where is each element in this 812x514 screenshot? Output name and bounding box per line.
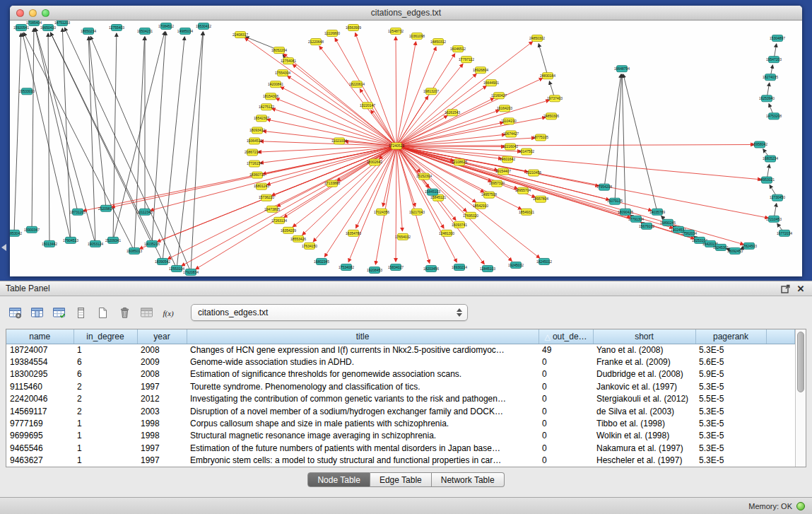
cell-title[interactable]: Embryonic stem cells: a model to study s… <box>187 455 539 467</box>
column-header-pagerank[interactable]: pagerank <box>695 329 766 344</box>
graph-node[interactable]: 12845103 <box>480 265 495 271</box>
column-header-short[interactable]: short <box>593 329 695 344</box>
graph-node[interactable]: 18926804 <box>473 67 488 74</box>
cell-title[interactable]: Tourette syndrome. Phenomenology and cla… <box>187 380 539 392</box>
graph-node[interactable]: 19245032 <box>508 262 524 268</box>
table-row[interactable]: 1938455462009Genome-wide association stu… <box>6 356 795 368</box>
graph-node[interactable]: 24850306 <box>543 113 559 119</box>
cell-short[interactable]: Tibbo et al. (1998) <box>593 417 695 429</box>
cell-out_de[interactable]: 0 <box>539 380 593 392</box>
cell-in_degree[interactable]: 6 <box>73 356 137 368</box>
graph-node[interactable]: 18775105 <box>533 134 548 141</box>
graph-node[interactable]: 14200841 <box>268 81 283 88</box>
graph-node[interactable]: 16644901 <box>483 80 499 86</box>
cell-in_degree[interactable]: 1 <box>73 430 137 442</box>
cell-pagerank[interactable]: 5.6E-5 <box>695 356 766 368</box>
graph-node[interactable]: 17554304 <box>275 70 290 76</box>
cell-title[interactable]: Disruption of a novel member of a sodium… <box>187 405 539 417</box>
graph-node[interactable]: 12755403 <box>109 25 124 31</box>
graph-node[interactable]: 19053124 <box>88 240 103 247</box>
cell-short[interactable]: de Silva et al. (2003) <box>593 405 695 417</box>
graph-node[interactable]: 16802345 <box>314 258 329 264</box>
cell-name[interactable]: 9115460 <box>6 380 73 392</box>
graph-node[interactable]: 19217043 <box>409 209 425 215</box>
graph-node[interactable]: 17726154 <box>247 160 262 167</box>
network-canvas-svg[interactable]: 17240523 22408317 18052204 12754081 1755… <box>10 21 802 276</box>
graph-node[interactable]: 14601642 <box>500 156 515 163</box>
cell-out_de[interactable]: 0 <box>539 405 593 417</box>
graph-node[interactable]: 15013442 <box>42 240 57 247</box>
graph-node[interactable]: 17024356 <box>374 209 389 215</box>
cell-pagerank[interactable]: 5.3E-5 <box>695 380 766 392</box>
graph-node[interactable]: 18203456 <box>423 265 439 271</box>
cell-in_degree[interactable]: 6 <box>73 368 137 380</box>
cell-name[interactable]: 18724007 <box>6 344 73 356</box>
cell-short[interactable]: Yano et al. (2008) <box>593 344 695 356</box>
graph-node[interactable]: 11853042 <box>10 230 22 236</box>
cell-title[interactable]: Investigating the contribution of common… <box>187 393 539 405</box>
graph-node[interactable]: 20533010 <box>19 88 35 95</box>
cell-title[interactable]: Estimation of significance thresholds fo… <box>187 368 539 380</box>
graph-node[interactable]: 21220648 <box>308 39 324 45</box>
graph-node[interactable]: 18360712 <box>249 172 265 178</box>
graph-node[interactable]: 16801243 <box>254 183 269 189</box>
panel-collapse-arrow-icon[interactable] <box>1 244 6 251</box>
cell-name[interactable]: 14569117 <box>6 405 73 417</box>
cell-year[interactable]: 2008 <box>137 368 187 380</box>
graph-node[interactable]: 25209341 <box>105 237 121 243</box>
network-canvas[interactable]: 17240523 22408317 18052204 12754081 1755… <box>10 21 802 276</box>
graph-node[interactable]: 15920541 <box>13 25 29 31</box>
column-header-in_degree[interactable]: in_degree <box>73 329 137 344</box>
cell-name[interactable]: 9699695 <box>6 430 73 442</box>
cell-out_de[interactable]: 0 <box>539 430 593 442</box>
cell-pagerank[interactable]: 5.3E-5 <box>695 430 766 442</box>
cell-year[interactable]: 1997 <box>137 455 187 467</box>
cell-title[interactable]: Changes of HCN gene expression and I(f) … <box>187 344 539 356</box>
graph-node[interactable]: 17824503 <box>741 243 757 249</box>
graph-node[interactable]: 14751203 <box>54 21 70 26</box>
table-options-icon[interactable] <box>6 303 24 322</box>
graph-node[interactable]: 18953021 <box>759 177 775 183</box>
cell-out_de[interactable]: 0 <box>539 393 593 405</box>
graph-node[interactable]: 19530412 <box>196 23 211 30</box>
cell-in_degree[interactable]: 2 <box>73 380 137 392</box>
graph-node[interactable]: 10147502 <box>519 148 534 155</box>
cell-pagerank[interactable]: 5.3E-5 <box>695 455 766 467</box>
combobox-stepper-icon[interactable] <box>454 308 464 317</box>
graph-node[interactable]: 10674427 <box>503 131 519 137</box>
cell-in_degree[interactable]: 2 <box>73 405 137 417</box>
table-row[interactable]: 969969511998Structural magnetic resonanc… <box>6 430 795 442</box>
graph-node[interactable]: 16164203 <box>497 105 512 112</box>
graph-node[interactable]: 14957508 <box>481 192 497 198</box>
table-row[interactable]: 1830029562008Estimation of significance … <box>6 368 795 380</box>
graph-node[interactable]: 16957320 <box>489 180 505 187</box>
column-icon[interactable] <box>71 303 90 322</box>
graph-node[interactable]: 24850302 <box>529 35 545 42</box>
table-row[interactable]: 1872400712008Changes of HCN gene express… <box>6 344 795 356</box>
cell-title[interactable]: Genome-wide association studies in ADHD. <box>187 356 539 368</box>
cell-name[interactable]: 9463627 <box>6 455 73 467</box>
scrollbar-thumb[interactable] <box>797 332 804 392</box>
column-header-year[interactable]: year <box>137 329 187 344</box>
graph-node[interactable]: 16261543 <box>445 110 460 116</box>
graph-node[interactable]: 12216042 <box>502 144 518 150</box>
new-document-icon[interactable] <box>93 303 112 322</box>
cell-title[interactable]: Structural magnetic resonance image aver… <box>187 430 539 442</box>
cell-year[interactable]: 1997 <box>137 442 187 454</box>
cell-name[interactable]: 9777169 <box>6 417 73 429</box>
cell-short[interactable]: Stergiakouli et al. (2012) <box>593 393 695 405</box>
graph-node[interactable]: 17263134 <box>271 217 287 223</box>
graph-node[interactable]: 16650410 <box>40 25 56 31</box>
graph-node[interactable]: 18093412 <box>249 127 265 134</box>
graph-node[interactable]: 24830164 <box>540 73 555 79</box>
graph-node[interactable]: 11104210 <box>501 118 517 124</box>
cell-short[interactable]: Hescheler et al. (1997) <box>593 455 695 467</box>
graph-node[interactable]: 16046512 <box>450 46 466 52</box>
graph-node[interactable]: 18274035 <box>763 74 778 81</box>
close-button[interactable] <box>16 9 24 17</box>
function-icon[interactable]: f(x) <box>159 303 177 322</box>
graph-node[interactable]: 18390542 <box>155 258 170 264</box>
cell-name[interactable]: 9465546 <box>6 442 73 454</box>
table-row[interactable]: 977716911998Corpus callosum shape and si… <box>6 417 795 429</box>
tab-network-table[interactable]: Network Table <box>432 472 505 487</box>
